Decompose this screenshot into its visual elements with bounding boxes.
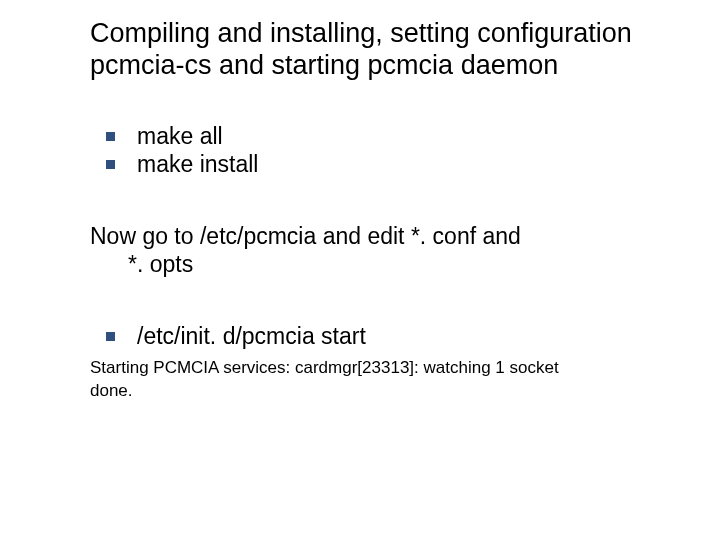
list-item-label: /etc/init. d/pcmcia start [137,322,366,351]
list-item: make install [90,150,672,179]
list-item: make all [90,122,672,151]
bullet-square-icon [106,160,115,169]
bullet-square-icon [106,332,115,341]
body-line: Now go to /etc/pcmcia and edit *. conf a… [90,223,521,249]
terminal-output: Starting PCMCIA services: cardmgr[23313]… [90,357,672,403]
output-line: Starting PCMCIA services: cardmgr[23313]… [90,358,559,377]
slide-title: Compiling and installing, setting config… [90,18,672,82]
list-item-label: make install [137,150,258,179]
bullet-square-icon [106,132,115,141]
bullet-list-top: make all make install [90,122,672,180]
bullet-list-bottom: /etc/init. d/pcmcia start [90,322,672,351]
slide: Compiling and installing, setting config… [0,0,720,540]
list-item-label: make all [137,122,223,151]
output-line: done. [90,381,133,400]
body-line-indent: *. opts [90,251,672,279]
list-item: /etc/init. d/pcmcia start [90,322,672,351]
body-text: Now go to /etc/pcmcia and edit *. conf a… [90,223,672,278]
